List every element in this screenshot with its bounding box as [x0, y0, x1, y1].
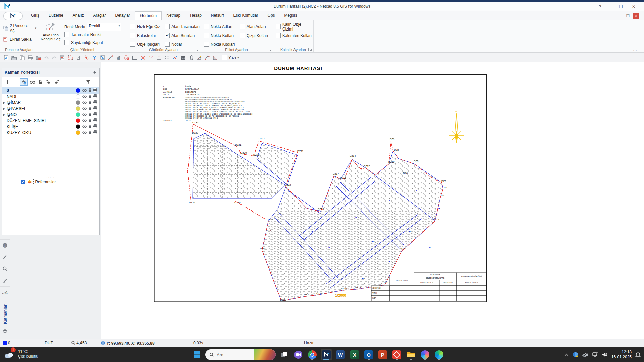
layer-print-icon[interactable]: [93, 106, 97, 111]
taskbar-app-task-view[interactable]: [278, 349, 290, 360]
volume-icon[interactable]: [602, 352, 608, 357]
doc-close-button[interactable]: ✕: [633, 13, 639, 19]
wye-branch-icon[interactable]: [91, 54, 99, 61]
layer-color-swatch[interactable]: [76, 118, 80, 123]
layer-lock-icon[interactable]: [88, 130, 92, 135]
arka-plan-rengini-sec-button[interactable]: Arka Plan Rengini Seç: [40, 22, 61, 41]
layer-color-swatch[interactable]: [76, 112, 80, 117]
layer-color-swatch[interactable]: [76, 130, 80, 135]
layer-color-swatch[interactable]: [76, 124, 80, 129]
layer-print-icon[interactable]: [93, 118, 97, 123]
layer-row-DÜZENLEME_SINIRI[interactable]: DÜZENLEME_SINIRI: [2, 118, 99, 124]
checkbox-obje-i̇puçları[interactable]: Obje İpuçları: [130, 41, 160, 47]
arc-icon[interactable]: [203, 54, 211, 61]
tab-gps[interactable]: Gps: [263, 11, 280, 20]
point-cluster-icon[interactable]: [163, 54, 171, 61]
tab-megsis[interactable]: Megsis: [280, 11, 302, 20]
renk-modu-select[interactable]: Renkli▾: [87, 23, 121, 31]
add-layer-button[interactable]: [4, 79, 11, 85]
checkbox-kalın-obje-çizimi[interactable]: Kalın Obje Çizimi: [276, 23, 313, 30]
search-icon[interactable]: [0, 263, 10, 275]
layers-diamond-icon[interactable]: [0, 325, 10, 337]
copy-doc-icon[interactable]: [18, 54, 26, 61]
layer-row-@NO[interactable]: ▶ @NO: [2, 112, 99, 118]
zoom-indicator[interactable]: 4,453: [71, 341, 87, 345]
film-strip-icon[interactable]: [58, 54, 66, 61]
folder-remove-icon[interactable]: [34, 54, 42, 61]
doc-minimize-button[interactable]: –: [617, 13, 624, 19]
filter-funnel-icon[interactable]: [85, 79, 91, 85]
redo-icon[interactable]: [50, 54, 58, 61]
checkbox-balastrolar[interactable]: Balastrolar: [130, 32, 160, 39]
layer-print-icon[interactable]: [93, 124, 97, 129]
layer-row-NADI[interactable]: NADI: [2, 94, 99, 100]
taskbar-app-powerpoint[interactable]: P: [377, 349, 388, 360]
cadastral-map[interactable]: ============DZ33DZ32DZ31DZ29DZ28DZ27DZ21…: [154, 74, 487, 302]
layer-color-swatch[interactable]: [76, 88, 80, 93]
layer-row-KLİŞE[interactable]: KLİŞE: [2, 124, 99, 130]
network-icon[interactable]: [592, 352, 598, 357]
checkbox-alan-sınırları[interactable]: ✔Alan Sınırları: [165, 32, 200, 39]
clock[interactable]: 12:18 16.01.2025: [611, 350, 632, 360]
tab-netmap[interactable]: Netmap: [162, 11, 185, 20]
app-menu-button[interactable]: [3, 12, 23, 20]
expand-caret-icon[interactable]: ▶: [3, 101, 5, 104]
brush-icon[interactable]: [0, 251, 10, 263]
pin-icon[interactable]: [93, 70, 97, 74]
start-button[interactable]: [191, 349, 203, 360]
layer-color-swatch[interactable]: [76, 106, 80, 111]
layer-row-KUZEY_OKU[interactable]: KUZEY_OKU: [2, 130, 99, 136]
layer-print-icon[interactable]: [93, 112, 97, 117]
dialog-launcher-icon[interactable]: [308, 48, 312, 51]
tab-netsurf[interactable]: Netsurf: [206, 11, 229, 20]
open-folder-icon[interactable]: [10, 54, 18, 61]
references-checkbox[interactable]: ✔: [21, 180, 25, 184]
layer-lock-icon[interactable]: [88, 88, 92, 93]
expand-caret-icon[interactable]: ▶: [3, 113, 5, 116]
panel-splitter[interactable]: .....: [2, 175, 99, 179]
layer-list-mode-button[interactable]: [20, 78, 28, 86]
checkbox-taramalar-renkli[interactable]: Taramalar Renkli: [64, 31, 101, 38]
magic-wand-icon[interactable]: [0, 275, 10, 286]
notifications-bell-icon[interactable]: [635, 352, 641, 358]
tree-icon[interactable]: [187, 54, 195, 61]
lock-pen-icon[interactable]: [115, 54, 123, 61]
text-style-icon[interactable]: aA: [0, 286, 10, 298]
checkbox-çizgi-kotları[interactable]: Çizgi Kotları: [240, 32, 268, 39]
expand-caret-icon[interactable]: ▶: [3, 107, 5, 110]
tab-eski-komutlar[interactable]: Eski Komutlar: [229, 11, 263, 20]
lock-all-icon[interactable]: [37, 79, 44, 85]
weather-widget[interactable]: 1 11°C Çok bulutlu: [4, 349, 38, 359]
info-icon[interactable]: i: [0, 239, 10, 251]
info-frame-icon[interactable]: i: [123, 54, 131, 61]
selection-marquee-icon[interactable]: [66, 54, 74, 61]
screen-save-button[interactable]: Ekran Sakla: [2, 36, 38, 42]
checkbox-kalemleri-kullan[interactable]: Kalemleri Kullan: [276, 32, 313, 39]
layer-visibility-icon[interactable]: [82, 88, 87, 93]
checkbox-notlar[interactable]: Notlar: [165, 41, 200, 47]
layer-print-icon[interactable]: [93, 88, 97, 93]
printer-icon[interactable]: [26, 54, 34, 61]
tab-giriş[interactable]: Giriş: [26, 11, 44, 20]
layer-visibility-icon[interactable]: [82, 130, 87, 135]
angle-icon[interactable]: [195, 54, 203, 61]
tab-görünüm[interactable]: Görünüm: [135, 11, 162, 20]
doc-restore-button[interactable]: ❐: [625, 13, 631, 19]
star-forward-icon[interactable]: [53, 79, 60, 85]
dimension-icon[interactable]: 12,5: [147, 54, 155, 61]
ribbon-collapse-icon[interactable]: ︿: [633, 47, 637, 52]
image-icon[interactable]: [179, 54, 187, 61]
taskbar-app-outlook[interactable]: O: [363, 349, 374, 360]
checkbox-hızlı-eğri-çiz[interactable]: Hızlı Eğri Çiz: [130, 23, 160, 30]
katmanlar-side-tab[interactable]: Katmanlar: [3, 299, 8, 324]
layer-lock-icon[interactable]: [88, 100, 92, 105]
perpendicular-icon[interactable]: [155, 54, 163, 61]
taskbar-app-file-explorer[interactable]: [405, 349, 417, 360]
tray-chevron-icon[interactable]: [564, 353, 569, 356]
corner-ruler-icon[interactable]: [131, 54, 139, 61]
layer-color-swatch[interactable]: [76, 100, 80, 105]
layer-row-@İMAR[interactable]: ▶ @İMAR: [2, 100, 99, 106]
star-back-icon[interactable]: [45, 79, 52, 85]
dialog-launcher-icon[interactable]: [268, 48, 272, 51]
taskbar-search[interactable]: Ara: [205, 349, 276, 360]
